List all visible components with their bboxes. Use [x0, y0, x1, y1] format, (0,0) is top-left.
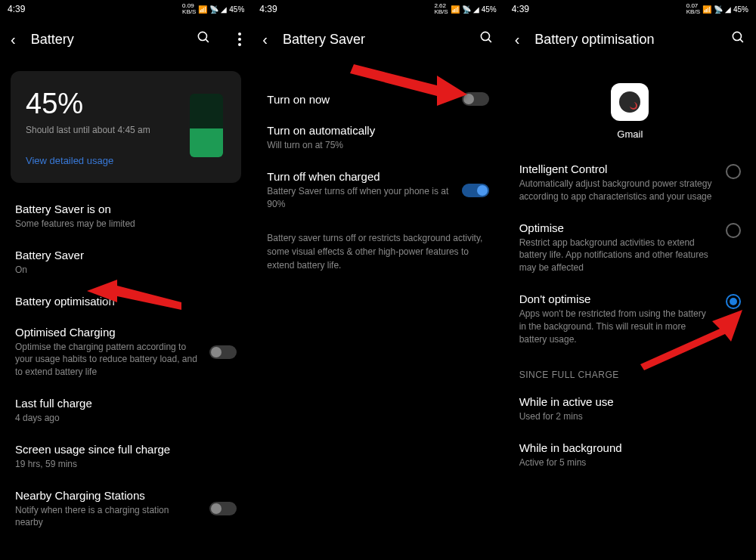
- svg-marker-8: [640, 310, 742, 370]
- page-title: Battery optimisation: [534, 32, 716, 48]
- last-charge-item[interactable]: Last full charge 4 days ago: [0, 388, 252, 434]
- intelligent-control-option[interactable]: Intelligent Control Automatically adjust…: [504, 153, 756, 212]
- svg-marker-5: [350, 64, 467, 106]
- status-time: 4:39: [8, 4, 25, 14]
- screen-header: ‹ Battery: [0, 18, 252, 60]
- back-icon[interactable]: ‹: [515, 31, 520, 48]
- svg-point-3: [481, 32, 489, 40]
- annotation-arrow: [87, 280, 185, 328]
- battery-icon: [190, 94, 223, 162]
- search-icon[interactable]: [479, 30, 494, 48]
- page-title: Battery: [31, 32, 182, 48]
- turn-off-charged-toggle[interactable]: [462, 184, 489, 197]
- back-icon[interactable]: ‹: [262, 31, 268, 48]
- nearby-stations-item[interactable]: Nearby Charging Stations Notify when the…: [0, 480, 252, 539]
- app-header: Gmail: [504, 60, 756, 153]
- intelligent-radio[interactable]: [726, 164, 741, 179]
- status-right: 0.07KB/S 📶📡◢45%: [686, 3, 748, 15]
- page-title: Battery Saver: [283, 32, 464, 48]
- nearby-stations-toggle[interactable]: [209, 502, 237, 515]
- background-stat: While in background Active for 5 mins: [504, 432, 756, 478]
- dont-optimise-radio[interactable]: [726, 294, 741, 309]
- status-time: 4:39: [259, 4, 277, 14]
- battery-screen: 4:39 0.09KB/S 📶📡◢45% ‹ Battery 45% Shoul…: [0, 0, 252, 560]
- status-time: 4:39: [512, 4, 529, 14]
- optimise-option[interactable]: Optimise Restrict app background activit…: [504, 212, 756, 283]
- app-icon: [611, 83, 649, 121]
- battery-saver-item[interactable]: Battery Saver On: [0, 240, 252, 286]
- search-icon[interactable]: [197, 30, 211, 48]
- status-bar: 4:39 0.09KB/S 📶📡◢45%: [0, 0, 252, 18]
- svg-line-7: [740, 39, 743, 42]
- battery-summary-card[interactable]: 45% Should last until about 4:45 am View…: [11, 71, 241, 183]
- saver-description: Battery saver turns off or restricts bac…: [252, 219, 503, 284]
- battery-optimisation-screen: 4:39 0.07KB/S 📶📡◢45% ‹ Battery optimisat…: [504, 0, 756, 560]
- turn-on-auto-item[interactable]: Turn on automatically Will turn on at 75…: [252, 115, 503, 161]
- optimised-charging-toggle[interactable]: [209, 345, 237, 359]
- app-name: Gmail: [504, 128, 756, 140]
- active-use-stat: While in active use Used for 2 mins: [504, 386, 756, 432]
- annotation-arrow: [640, 310, 746, 373]
- svg-point-6: [733, 32, 741, 40]
- svg-marker-2: [87, 280, 181, 310]
- battery-saver-screen: 4:39 2.62KB/S 📶📡◢45% ‹ Battery Saver Tur…: [252, 0, 503, 560]
- status-bar: 4:39 0.07KB/S 📶📡◢45%: [504, 0, 756, 18]
- screen-header: ‹ Battery optimisation: [504, 18, 756, 60]
- back-icon[interactable]: ‹: [11, 31, 16, 48]
- search-icon[interactable]: [731, 30, 745, 48]
- svg-point-0: [199, 32, 207, 40]
- optimise-radio[interactable]: [726, 223, 741, 238]
- screen-usage-item[interactable]: Screen usage since full charge 19 hrs, 5…: [0, 434, 252, 480]
- status-right: 2.62KB/S 📶📡◢45%: [434, 3, 496, 15]
- status-right: 0.09KB/S 📶📡◢45%: [182, 3, 244, 15]
- turn-off-charged-item[interactable]: Turn off when charged Battery Saver turn…: [252, 161, 503, 220]
- battery-saver-status[interactable]: Battery Saver is on Some features may be…: [0, 193, 252, 240]
- more-icon[interactable]: [238, 32, 241, 46]
- status-bar: 4:39 2.62KB/S 📶📡◢45%: [252, 0, 503, 18]
- svg-line-1: [206, 39, 209, 42]
- svg-line-4: [488, 39, 491, 42]
- annotation-arrow: [350, 64, 471, 120]
- screen-header: ‹ Battery Saver: [252, 18, 503, 60]
